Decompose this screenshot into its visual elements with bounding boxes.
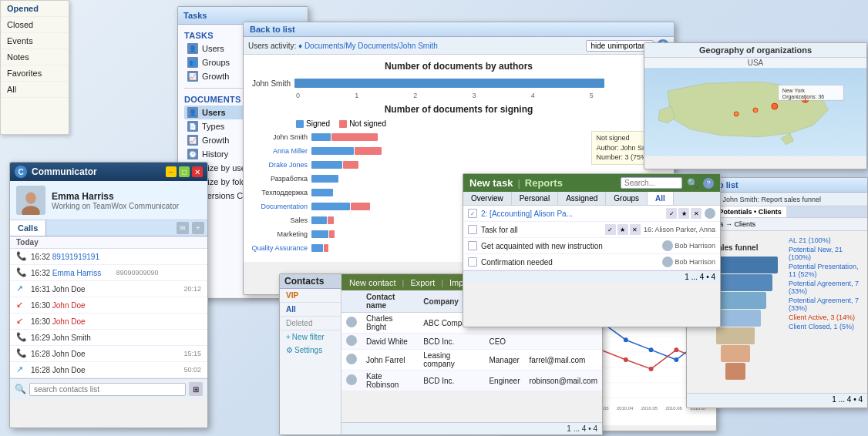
opened-item[interactable]: Opened [1,1,69,17]
contacts-sidebar-deleted[interactable]: Deleted [280,317,341,330]
table-row[interactable]: David White BCD Inc. CEO [341,334,602,350]
new-contact-button[interactable]: New contact [346,277,399,288]
contact-company-cell: BCD Inc. [419,334,484,350]
call-item[interactable]: ↗ 16:31 John Doe 20:12 [10,281,207,297]
settings-button[interactable]: ⚙ Settings [280,344,341,357]
call-item[interactable]: ↗ 16:28 John Doe 50:02 [10,362,207,378]
funnel-legend-item[interactable]: Client Active, 3 (14%) [789,313,863,322]
funnel-segment [693,345,778,362]
svg-text:2010.04: 2010.04 [617,406,634,411]
doc-growth-icon: 📈 [187,135,198,146]
user-status: Working on TeamWox Communicator [52,202,179,210]
tasks-panel-help-icon[interactable]: ? [703,178,714,189]
tab-calls[interactable]: Calls [10,220,46,236]
favorites-item[interactable]: Favorites [1,65,69,82]
star-icon[interactable]: ★ [617,224,628,235]
maximize-button[interactable]: □ [179,166,190,177]
tab-all[interactable]: All [648,192,674,205]
close-button[interactable]: ✕ [192,166,203,177]
new-filter-button[interactable]: + New filter [280,330,341,344]
back-to-list-button[interactable]: Back to list [244,22,674,37]
funnel-legend-item[interactable]: Potential Agreement, 7 (33%) [789,296,863,313]
call-number: 16:29 John Smith [31,334,201,342]
call-incoming-icon: 📞 [16,348,27,359]
call-item[interactable]: ↙ 16:30 John Doe [10,314,207,330]
doc-history-icon: 🕐 [187,149,198,159]
add-icon[interactable]: + [192,222,204,234]
contact-email-cell: farrel@mail.com [524,350,602,371]
funnel-legend-item[interactable]: AL 21 (100%) [789,236,863,245]
task-checkbox[interactable] [468,241,477,250]
signing-row-label: Documentation [250,203,311,210]
tasks-item-label: History [202,149,228,159]
message-icon[interactable]: ✉ [177,222,189,234]
col-icon [341,290,362,313]
call-item[interactable]: 📞 16:29 John Smith [10,330,207,346]
chart-toolbar: Users activity: ♦ Documents/My Documents… [244,37,674,55]
signing-row-label: Разработка [250,175,311,183]
tab-personal[interactable]: Personal [512,192,558,205]
check-icon[interactable]: ✓ [666,208,677,219]
task-row[interactable]: Task for all ✓ ★ ✕ 16: Alison Parker, An… [463,222,720,238]
task-checkbox[interactable] [468,257,477,267]
contact-company-cell: Leasing company [419,350,484,371]
funnel-legend-item[interactable]: Potential New, 21 (100%) [789,245,863,262]
svg-point-6 [734,112,738,116]
all-item[interactable]: All [1,82,69,98]
geo-subtitle: USA [644,58,866,68]
tab-groups[interactable]: Groups [606,192,648,205]
export-button[interactable]: Export [407,277,438,288]
task-user-avatar [662,240,673,251]
tab-overview[interactable]: Overview [463,192,512,205]
closed-item[interactable]: Closed [1,17,69,33]
signing-legend: Signed Not signed [296,119,668,128]
call-item[interactable]: 📞 16:32 Emma Harriss 89090909090 [10,265,207,281]
contact-avatar [346,354,357,364]
task-checkbox[interactable] [468,225,477,234]
events-item[interactable]: Events [1,33,69,49]
task-row[interactable]: ✓ 2: [Accounting] Alison Pa... ✓ ★ ✕ [463,206,720,222]
communicator-icon: C [15,166,27,178]
check-icon[interactable]: ✓ [605,224,616,235]
svg-point-4 [772,103,778,109]
call-number: 16:30 John Doe [31,301,201,310]
funnel-tab-potentials[interactable]: Potentials • Clients [715,206,786,217]
star-icon[interactable]: ★ [678,208,689,219]
geo-title: Geography of organizations [644,43,866,58]
contacts-sidebar-vip[interactable]: VIP [280,289,341,303]
table-row[interactable]: John Farrel Leasing company Manager farr… [341,350,602,371]
task-user-avatar [662,257,673,267]
task-user-avatar [705,208,715,219]
minimize-button[interactable]: − [166,166,177,177]
tasks-item-label: Groups [202,58,230,67]
tasks-panel-window: New task | Reports 🔍 ? Overview Personal… [463,173,721,327]
funnel-legend-item[interactable]: Potential Agreement, 7 (33%) [789,279,863,296]
task-checkbox[interactable]: ✓ [468,209,477,218]
tasks-panel-search-icon[interactable]: 🔍 [687,178,698,189]
tasks-search-input[interactable] [621,177,682,189]
tab-assigned[interactable]: Assigned [558,192,606,205]
call-number: 16:31 John Doe [31,285,183,293]
col-contact-name[interactable]: Contact name [362,290,419,313]
task-row[interactable]: Get acquainted with new instruction Bob … [463,238,720,254]
call-outgoing-icon: ↗ [16,364,27,375]
delete-icon[interactable]: ✕ [630,224,641,235]
delete-icon[interactable]: ✕ [691,208,701,219]
funnel-legend-item[interactable]: Client Closed, 1 (5%) [789,322,863,331]
table-row[interactable]: Kate Robinson BCD Inc. Engineer robinson… [341,371,602,391]
chart-path: Users activity: ♦ Documents/My Documents… [248,42,438,50]
task-row[interactable]: Confirmation needed Bob Harrison [463,254,720,270]
notes-item[interactable]: Notes [1,49,69,65]
grid-icon[interactable]: ⊞ [189,382,203,396]
call-item[interactable]: ↙ 16:30 John Doe [10,297,207,314]
svg-point-37 [674,347,678,352]
contacts-sidebar-all[interactable]: All [280,303,341,317]
call-outgoing-icon: ↗ [16,283,27,294]
funnel-legend-item[interactable]: Potential Presentation, 11 (52%) [789,262,863,279]
axis-label: 1 [355,92,358,99]
signed-bar [311,203,350,210]
svg-point-35 [624,357,628,362]
call-item[interactable]: 📞 16:28 John Doe 15:15 [10,346,207,362]
search-input[interactable] [29,383,186,396]
call-item[interactable]: 📞 16:32 89191919191 [10,249,207,265]
